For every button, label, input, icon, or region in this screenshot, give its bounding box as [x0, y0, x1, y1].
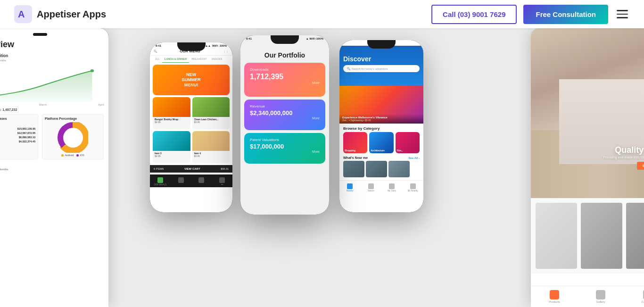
menu-item-2: Clean Lean Chicken... $9.95 [192, 97, 230, 129]
phone3-notch [367, 40, 396, 49]
phone-menu-app: 9:41 ▲▲ WiFi 100% 🔍 OUR MENU ⋮⋮ ALL LUNC… [150, 42, 232, 212]
nearby-items [339, 161, 423, 177]
hamburger-line-3 [617, 17, 628, 18]
chart-x-labels: FebruaryMarchApril [0, 103, 104, 106]
overview-title: Overview [0, 40, 104, 50]
tiles-product-area [531, 198, 644, 274]
phone-portfolio: 9:41 ▲ WiFi 100% Our Portfolio Downloads… [240, 35, 329, 215]
menu-item-img-3 [153, 131, 190, 151]
menu-bottom-4[interactable]: ••• [212, 177, 232, 186]
cart-bar[interactable]: 6 ITEMS VIEW CART $56.01 [150, 165, 232, 173]
call-button[interactable]: Call (03) 9001 7629 [431, 5, 517, 24]
tab-all[interactable]: ALL [153, 56, 162, 63]
discover-tab-nearby[interactable]: Nearby [339, 183, 361, 192]
tablet-right: Quality Tiles Providing well made tiles … [531, 28, 644, 307]
discover-hero-image: Experience Melbourne's Vibrance Zen... •… [339, 86, 423, 124]
quality-text-overlay: Quality Tiles Providing well made tiles … [603, 145, 644, 170]
in-app-purchases: In-app Purchases Filter by: Region USD $… [0, 114, 38, 159]
logo-icon: A [14, 5, 32, 23]
portfolio-title: Our Portfolio [240, 41, 329, 63]
tab-lunch-dinner[interactable]: LUNCH & DINNER [162, 56, 189, 63]
discover-categories: Shopping Architecture Fitn... [339, 132, 423, 153]
discover-tab-story[interactable]: My Story [381, 183, 403, 192]
tiles-tab-gallery[interactable]: Gallery [596, 290, 605, 303]
tablet-left: Overview User Acquisition Filter by: Pas… [0, 28, 108, 307]
discover-bottom-bar: Nearby Search My Story My Nearby [339, 180, 423, 193]
cat-shopping[interactable]: Shopping [343, 132, 367, 153]
discover-search-bar[interactable]: 🔍 Search for today's adventure [343, 65, 420, 72]
hamburger-line-1 [617, 10, 628, 11]
discover-screen: 9:41 ▲ WiFi 100% Discover 🔍 Search for t… [339, 40, 423, 212]
cat-fitness[interactable]: Fitn... [396, 132, 420, 153]
nearby-item-1 [343, 161, 364, 177]
daily-users-title: Daily Users Filter by: Past 3 Months [0, 163, 104, 171]
chart-area: 1.5mil1mil500,00050,000 [0, 64, 104, 101]
portfolio-card-patent: Patent Valuations $17,000,000 More [244, 133, 325, 164]
consultation-button[interactable]: Free Consultation [523, 5, 608, 24]
menu-bottom-bar: OUR MEALS ••• [150, 174, 232, 187]
gallery-icon [596, 290, 605, 299]
room-image: Quality Tiles Providing well made tiles … [531, 28, 644, 198]
products-icon [550, 290, 559, 299]
nearby-icon [347, 183, 353, 189]
filter-label: Filter by: Past 3 Months [0, 59, 104, 62]
discover-header: Discover 🔍 Search for today's adventure [339, 46, 423, 86]
tiles-tab-catalogue[interactable]: Catalogue [641, 290, 644, 303]
currency-eur: EUR $8,890,583.10 [0, 135, 35, 139]
browse-button[interactable]: BROWSE [637, 162, 644, 170]
phone1-screen: 9:41 ▲▲ WiFi 100% 🔍 OUR MENU ⋮⋮ ALL LUNC… [150, 42, 232, 212]
cat-architecture[interactable]: Architecture [369, 132, 393, 153]
phone1-notch [177, 42, 206, 51]
user-acquisition-title: User Acquisition [0, 53, 104, 58]
portfolio-card-revenue: Revenue $2,340,000,000 More [244, 100, 325, 130]
tiles-hero-image: Quality Tiles Providing well made tiles … [531, 28, 644, 198]
navbar: A Appetiser Apps Call (03) 9001 7629 Fre… [0, 0, 644, 28]
tablet-left-notch [33, 33, 47, 36]
my-nearby-icon [410, 183, 416, 189]
nearby-item-3 [388, 161, 410, 177]
currency-usd: USD $15,902,139.95 [0, 127, 35, 130]
logo-area: A Appetiser Apps [14, 5, 106, 23]
discover-tab-my-nearby[interactable]: My Nearby [403, 183, 424, 192]
menu-item-img-4 [192, 131, 230, 151]
browse-category-label: Browse by Category [339, 124, 423, 132]
tiles-bottom-bar: Products Gallery Catalogue [531, 286, 644, 307]
menu-bottom-2[interactable] [171, 177, 191, 186]
portfolio-card-downloads: Downloads 1,712,395 More [244, 63, 325, 97]
menu-bottom-meals[interactable]: OUR MEALS [150, 177, 171, 186]
total-downloads: Total Downloads: 1,487,232 [0, 108, 104, 111]
tab-snacks[interactable]: SNACKS [209, 56, 225, 63]
currency-gbp: GBP $12,567,672.55 [0, 131, 35, 134]
nearby-section-header: What's Near me See All › [339, 153, 423, 161]
logo-text: Appetiser Apps [37, 9, 106, 20]
menu-hamburger[interactable] [615, 8, 630, 20]
phone2-notch [271, 35, 299, 44]
devices-container: Overview User Acquisition Filter by: Pas… [0, 28, 644, 307]
currency-aud: AUD $4,522,374.45 [0, 140, 35, 143]
menu-item-4: Item 4 $9.95 [192, 131, 230, 163]
menu-bottom-3[interactable] [191, 177, 212, 186]
nearby-item-2 [366, 161, 387, 177]
menu-items-grid: Bangin' Brekky Wrap $9.95 Clean Lean Chi… [150, 97, 232, 163]
tab-breakfast[interactable]: BREAKFAST [189, 56, 209, 63]
menu-item-1: Bangin' Brekky Wrap $9.95 [153, 97, 190, 129]
pie-legend: Android iOS [45, 154, 101, 157]
svg-text:A: A [18, 9, 25, 19]
menu-banner: NEWSUMMERMENU! [153, 65, 230, 95]
stats-row: In-app Purchases Filter by: Region USD $… [0, 114, 104, 159]
search-icon [368, 183, 374, 189]
tiles-tab-products[interactable]: Products [549, 290, 560, 303]
menu-item-3: Item 3 $9.95 [153, 131, 190, 163]
tablet-right-screen: Quality Tiles Providing well made tiles … [531, 28, 644, 307]
hero-section: Overview User Acquisition Filter by: Pas… [0, 28, 644, 307]
story-icon [389, 183, 395, 189]
tablet-left-screen: Overview User Acquisition Filter by: Pas… [0, 28, 108, 307]
portfolio-screen: 9:41 ▲ WiFi 100% Our Portfolio Downloads… [240, 35, 329, 215]
menu-item-img-2 [192, 97, 230, 117]
menu-tabs: ALL LUNCH & DINNER BREAKFAST SNACKS [150, 56, 232, 63]
discover-tab-search[interactable]: Search [361, 183, 382, 192]
menu-item-img-1 [153, 97, 190, 117]
nav-actions: Call (03) 9001 7629 Free Consultation [431, 5, 630, 24]
platform-percentage: Platform Percentage 63% 37% [42, 114, 104, 159]
phone1-status-icons: ▲▲ WiFi 100% [205, 44, 227, 47]
